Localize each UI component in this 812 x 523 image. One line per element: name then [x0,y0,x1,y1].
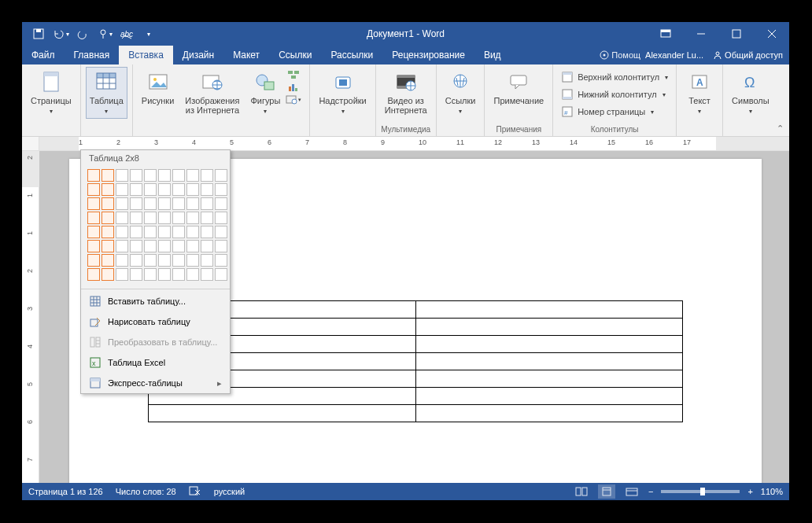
save-icon[interactable] [28,24,49,44]
tab-references[interactable]: Ссылки [269,46,321,64]
online-pictures-button[interactable]: Изображенияиз Интернета [181,67,243,117]
grid-cell[interactable] [186,226,199,238]
shapes-button[interactable]: Фигуры▾ [246,67,284,119]
grid-cell[interactable] [186,212,199,224]
tab-mailings[interactable]: Рассылки [321,46,382,64]
grid-cell[interactable] [144,212,157,224]
text-button[interactable]: A Текст▾ [681,67,718,119]
grid-cell[interactable] [186,240,199,252]
grid-cell[interactable] [87,183,100,196]
ribbon-options-icon[interactable] [648,22,683,46]
grid-cell[interactable] [172,183,185,196]
read-mode-icon[interactable] [573,484,590,499]
grid-cell[interactable] [130,212,142,224]
grid-cell[interactable] [215,254,227,267]
grid-cell[interactable] [201,212,213,224]
minimize-button[interactable] [683,22,718,46]
status-spellcheck-icon[interactable] [189,485,201,498]
grid-cell[interactable] [116,197,128,210]
grid-cell[interactable] [87,254,100,267]
grid-cell[interactable] [186,268,199,281]
smartart-icon[interactable] [287,68,300,81]
tab-design[interactable]: Дизайн [173,46,223,64]
grid-cell[interactable] [87,240,100,252]
grid-cell[interactable] [102,254,114,267]
grid-cell[interactable] [201,240,213,252]
links-button[interactable]: Ссылки▾ [441,67,480,119]
user-name[interactable]: Alexander Lu... [645,50,703,60]
grid-cell[interactable] [144,183,157,196]
grid-cell[interactable] [144,169,157,182]
grid-cell[interactable] [87,197,100,210]
status-language[interactable]: русский [214,487,245,496]
grid-cell[interactable] [130,254,142,267]
grid-cell[interactable] [201,226,213,238]
grid-cell[interactable] [201,183,213,196]
grid-cell[interactable] [130,183,142,196]
tab-home[interactable]: Главная [65,46,120,64]
header-button[interactable]: Верхний колонтитул▾ [558,68,671,86]
pages-button[interactable]: Страницы▾ [27,67,76,119]
grid-cell[interactable] [102,183,114,196]
grid-cell[interactable] [130,226,142,238]
grid-cell[interactable] [158,197,171,210]
grid-cell[interactable] [215,197,227,210]
maximize-button[interactable] [718,22,754,46]
tab-insert[interactable]: Вставка [119,46,173,64]
grid-cell[interactable] [186,254,199,267]
web-layout-icon[interactable] [623,484,640,499]
grid-cell[interactable] [144,197,157,210]
grid-cell[interactable] [87,226,100,238]
draw-table-item[interactable]: Нарисовать таблицу [81,311,230,332]
undo-icon[interactable]: ▾ [50,24,71,44]
grid-cell[interactable] [87,169,100,182]
comment-button[interactable]: Примечание [489,67,548,108]
tab-layout[interactable]: Макет [223,46,269,64]
grid-cell[interactable] [172,240,185,252]
grid-cell[interactable] [158,212,171,224]
tab-file[interactable]: Файл [22,46,65,64]
excel-table-item[interactable]: xТаблица Excel [81,352,230,373]
tab-review[interactable]: Рецензирование [382,46,474,64]
grid-cell[interactable] [130,240,142,252]
grid-cell[interactable] [116,254,128,267]
redo-icon[interactable] [72,24,93,44]
grid-cell[interactable] [102,212,114,224]
spellcheck-icon[interactable]: abc [116,24,137,44]
grid-cell[interactable] [144,254,157,267]
zoom-slider[interactable] [661,490,740,493]
collapse-ribbon-icon[interactable]: ⌃ [773,122,786,134]
status-words[interactable]: Число слов: 28 [116,487,176,496]
grid-cell[interactable] [130,169,142,182]
screenshot-icon[interactable]: ▾ [287,94,300,106]
symbols-button[interactable]: Ω Символы▾ [728,67,773,119]
grid-cell[interactable] [172,268,185,281]
zoom-in-button[interactable]: + [747,487,752,496]
tab-view[interactable]: Вид [474,46,511,64]
grid-cell[interactable] [116,212,128,224]
customize-qat-icon[interactable]: ▾ [138,24,159,44]
touch-mode-icon[interactable]: ▾ [94,24,115,44]
grid-cell[interactable] [130,268,142,281]
grid-cell[interactable] [172,254,185,267]
grid-cell[interactable] [215,212,227,224]
addins-button[interactable]: Надстройки▾ [315,67,370,119]
grid-cell[interactable] [172,212,185,224]
vertical-ruler[interactable]: 211234567 [22,151,39,483]
page-number-button[interactable]: #Номер страницы▾ [558,103,671,120]
grid-cell[interactable] [215,226,227,238]
grid-cell[interactable] [144,226,157,238]
grid-cell[interactable] [215,169,227,182]
grid-cell[interactable] [201,197,213,210]
grid-cell[interactable] [158,183,171,196]
grid-cell[interactable] [144,240,157,252]
grid-cell[interactable] [172,226,185,238]
online-video-button[interactable]: Видео изИнтернета [381,67,431,117]
grid-cell[interactable] [158,240,171,252]
grid-cell[interactable] [215,183,227,196]
grid-cell[interactable] [102,240,114,252]
print-layout-icon[interactable] [598,484,615,499]
grid-cell[interactable] [158,254,171,267]
status-page[interactable]: Страница 1 из 126 [28,487,103,496]
zoom-out-button[interactable]: − [648,487,653,496]
